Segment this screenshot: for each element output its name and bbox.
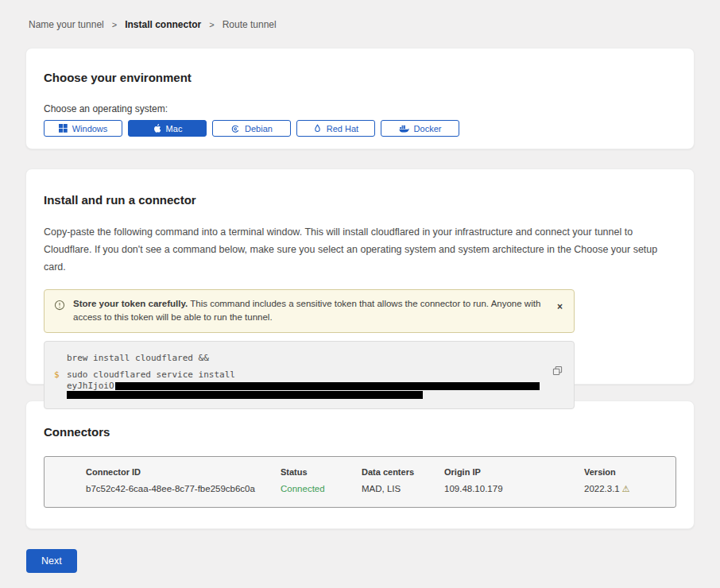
install-connector-card: Install and run a connector Copy-paste t…: [25, 168, 695, 385]
table-row: b7c52c42-6caa-48ee-8c77-fbe259cb6c0a Con…: [86, 484, 675, 494]
header-status: Status: [281, 467, 362, 477]
token-line: eyJhIjoiO: [67, 381, 542, 390]
header-connector-id: Connector ID: [86, 467, 281, 477]
origin-ip-value: 109.48.10.179: [444, 484, 584, 494]
warning-triangle-icon: ⚠: [622, 484, 630, 493]
token-warning-text: Store your token carefully. This command…: [73, 297, 546, 326]
command-block: brew install cloudflared && $sudo cloudf…: [44, 341, 575, 409]
os-button-label: Debian: [245, 124, 273, 133]
apple-icon: [153, 123, 161, 133]
close-icon[interactable]: ×: [557, 302, 563, 311]
connectors-table: Connector ID Status Data centers Origin …: [44, 456, 676, 508]
os-button-label: Docker: [414, 124, 442, 133]
redacted-token-bar: [115, 382, 540, 390]
shell-prompt: $: [54, 369, 60, 381]
connectors-card: Connectors Connector ID Status Data cent…: [25, 400, 695, 529]
header-origin-ip: Origin IP: [444, 467, 584, 477]
windows-icon: [59, 124, 68, 133]
os-select-label: Choose an operating system:: [44, 103, 676, 114]
install-card-title: Install and run a connector: [44, 193, 676, 207]
version-value: 2022.3.1⚠: [584, 484, 675, 494]
breadcrumb-separator: >: [112, 20, 117, 29]
connectors-table-header: Connector ID Status Data centers Origin …: [86, 467, 675, 477]
os-button-debian[interactable]: Debian: [212, 120, 291, 137]
footer: Next: [26, 549, 720, 573]
docker-icon: [399, 124, 409, 133]
os-button-mac[interactable]: Mac: [128, 120, 207, 137]
command-line-1: brew install cloudflared &&: [67, 352, 542, 365]
os-button-windows[interactable]: Windows: [44, 120, 122, 137]
redacted-token-bar: [67, 391, 423, 399]
copy-icon[interactable]: [551, 364, 564, 380]
debian-icon: [230, 124, 240, 133]
breadcrumb-install-connector[interactable]: Install connector: [125, 19, 201, 30]
os-button-redhat[interactable]: Red Hat: [296, 120, 375, 137]
environment-card-title: Choose your environment: [44, 71, 676, 84]
token-warning-title: Store your token carefully.: [73, 299, 188, 308]
os-button-group: Windows Mac Debian Red Hat Docker: [44, 120, 676, 137]
alert-circle-icon: [54, 300, 65, 314]
next-button[interactable]: Next: [26, 549, 77, 573]
command-line-2: $sudo cloudflared service install: [67, 369, 542, 381]
data-centers-value: MAD, LIS: [362, 484, 444, 494]
connector-id-value: b7c52c42-6caa-48ee-8c77-fbe259cb6c0a: [86, 484, 281, 494]
header-version: Version: [584, 467, 675, 477]
environment-card: Choose your environment Choose an operat…: [25, 48, 695, 149]
os-button-label: Red Hat: [327, 124, 358, 133]
breadcrumb-route-tunnel[interactable]: Route tunnel: [223, 19, 277, 30]
redhat-icon: [313, 124, 322, 133]
breadcrumb-separator: >: [209, 20, 214, 29]
header-data-centers: Data centers: [362, 467, 444, 477]
token-line-2: [67, 390, 542, 399]
status-badge: Connected: [281, 484, 362, 494]
install-description: Copy-paste the following command into a …: [44, 224, 676, 277]
token-warning-banner: Store your token carefully. This command…: [44, 289, 575, 334]
os-button-docker[interactable]: Docker: [381, 120, 459, 137]
breadcrumb: Name your tunnel > Install connector > R…: [0, 0, 720, 30]
os-button-label: Mac: [166, 124, 183, 133]
os-button-label: Windows: [72, 124, 108, 133]
connectors-card-title: Connectors: [44, 425, 676, 439]
breadcrumb-name-your-tunnel[interactable]: Name your tunnel: [29, 19, 104, 30]
